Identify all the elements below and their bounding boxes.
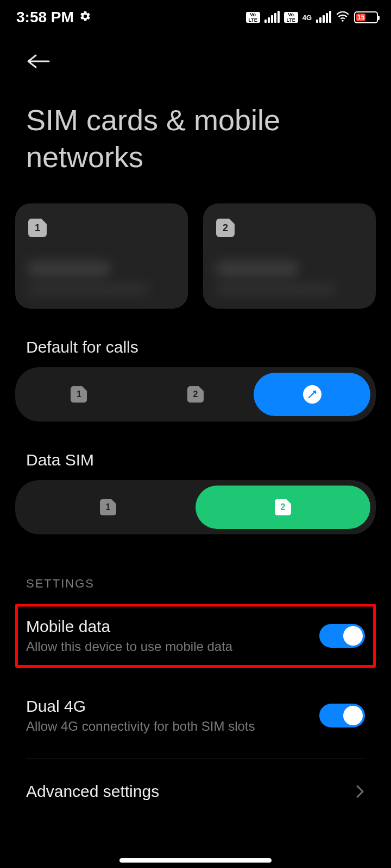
mobile-data-text: Mobile data Allow this device to use mob… — [26, 617, 232, 654]
default-calls-label: Default for calls — [26, 338, 376, 356]
wifi-icon — [336, 9, 350, 26]
dual-4g-toggle[interactable] — [319, 704, 365, 727]
mobile-data-title: Mobile data — [26, 617, 232, 636]
data-sim-selector: 1 2 — [15, 480, 376, 534]
dual-4g-title: Dual 4G — [26, 697, 255, 716]
sim-card-2[interactable]: 2 — [203, 203, 376, 309]
sim-chip-icon: 2 — [216, 219, 235, 237]
dual-4g-row[interactable]: Dual 4G Allow 4G connectivity for both S… — [15, 683, 376, 748]
status-bar: 3:58 PM VoLTE VoLTE 4G 15 — [0, 0, 391, 35]
default-calls-sim1[interactable]: 1 — [21, 373, 137, 416]
sim-card-redacted — [216, 261, 363, 295]
sim-card-1[interactable]: 1 — [15, 203, 188, 309]
sim-slot-number: 1 — [77, 390, 81, 399]
sim-chip-icon: 1 — [28, 219, 47, 237]
sim-slot-number: 2 — [223, 222, 228, 234]
mobile-data-row[interactable]: Mobile data Allow this device to use mob… — [18, 607, 373, 665]
default-calls-selector: 1 2 — [15, 367, 376, 422]
volte-icon: VoLTE — [246, 12, 260, 23]
data-sim-label: Data SIM — [26, 451, 376, 469]
advanced-settings-title: Advanced settings — [26, 782, 159, 801]
advanced-settings-row[interactable]: Advanced settings — [15, 758, 376, 801]
home-indicator[interactable] — [119, 858, 272, 863]
signal-1-icon — [264, 12, 280, 23]
ask-each-time-icon — [303, 385, 321, 404]
page-title: SIM cards & mobile networks — [26, 102, 365, 175]
annotation-highlight: Mobile data Allow this device to use mob… — [15, 604, 376, 668]
dual-4g-subtitle: Allow 4G connectivity for both SIM slots — [26, 719, 255, 734]
svg-point-0 — [342, 20, 343, 22]
default-calls-sim2[interactable]: 2 — [137, 373, 254, 416]
status-right: VoLTE VoLTE 4G 15 — [246, 9, 378, 26]
dual-4g-text: Dual 4G Allow 4G connectivity for both S… — [26, 697, 255, 734]
status-left: 3:58 PM — [16, 9, 91, 26]
volte-icon-2: VoLTE — [284, 12, 298, 23]
back-arrow-icon — [26, 53, 50, 69]
battery-icon: 15 — [354, 11, 378, 23]
settings-section-header: SETTINGS — [26, 577, 376, 591]
sim-chip-icon: 1 — [100, 499, 116, 515]
default-calls-ask[interactable] — [254, 373, 370, 416]
network-type-label: 4G — [302, 15, 312, 21]
sim-slot-number: 1 — [106, 502, 111, 512]
mobile-data-toggle[interactable] — [319, 624, 365, 648]
status-time: 3:58 PM — [16, 9, 74, 26]
sim-slot-number: 1 — [35, 222, 40, 234]
sim-chip-icon: 2 — [275, 499, 291, 515]
battery-pct-label: 15 — [357, 14, 364, 21]
back-button[interactable] — [26, 53, 376, 72]
data-sim-sim2[interactable]: 2 — [195, 486, 370, 529]
sim-slot-number: 2 — [281, 502, 286, 512]
battery-level: 15 — [356, 14, 365, 21]
mobile-data-subtitle: Allow this device to use mobile data — [26, 639, 232, 654]
chevron-right-icon — [355, 784, 365, 799]
gear-icon — [79, 9, 91, 26]
sim-card-redacted — [28, 261, 175, 295]
sim-slot-number: 2 — [193, 390, 198, 399]
sim-chip-icon: 1 — [71, 386, 87, 403]
signal-2-icon — [316, 12, 331, 23]
sim-card-grid: 1 2 — [15, 203, 376, 309]
sim-chip-icon: 2 — [187, 386, 204, 403]
data-sim-sim1[interactable]: 1 — [21, 486, 195, 529]
